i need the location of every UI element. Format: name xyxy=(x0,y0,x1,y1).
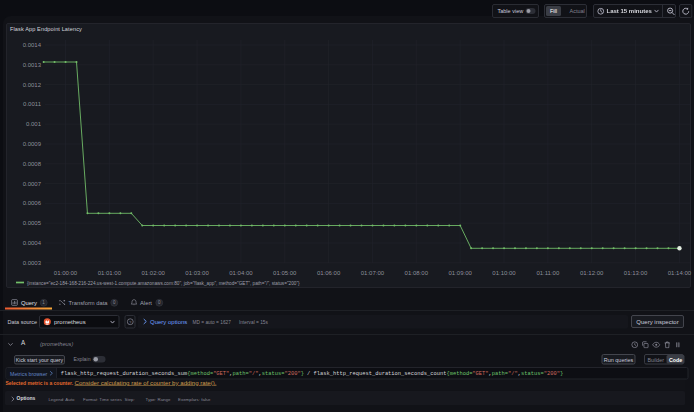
svg-text:01:00:00: 01:00:00 xyxy=(54,270,78,276)
svg-text:0.0011: 0.0011 xyxy=(23,101,42,107)
svg-text:01:03:00: 01:03:00 xyxy=(185,270,209,276)
svg-text:0.0003: 0.0003 xyxy=(23,260,42,266)
svg-text:0.0014: 0.0014 xyxy=(23,42,42,48)
svg-text:0.0013: 0.0013 xyxy=(23,62,42,68)
svg-text:01:05:00: 01:05:00 xyxy=(273,270,297,276)
svg-text:?: ? xyxy=(129,320,132,325)
svg-text:0.0005: 0.0005 xyxy=(23,220,42,226)
svg-text:01:06:00: 01:06:00 xyxy=(317,270,341,276)
svg-text:0.0009: 0.0009 xyxy=(23,141,42,147)
svg-text:01:13:00: 01:13:00 xyxy=(624,270,648,276)
svg-text:01:09:00: 01:09:00 xyxy=(448,270,472,276)
svg-text:01:02:00: 01:02:00 xyxy=(142,270,166,276)
svg-text:{instance="ec2-184-168-216-224: {instance="ec2-184-168-216-224.us-west-1… xyxy=(27,281,300,286)
svg-text:01:11:00: 01:11:00 xyxy=(536,270,560,276)
svg-text:0.001: 0.001 xyxy=(26,121,42,127)
svg-text:0.0012: 0.0012 xyxy=(23,82,42,88)
svg-text:01:08:00: 01:08:00 xyxy=(405,270,429,276)
svg-text:01:12:00: 01:12:00 xyxy=(580,270,604,276)
svg-text:01:14:00: 01:14:00 xyxy=(668,270,692,276)
svg-text:0.0007: 0.0007 xyxy=(23,181,42,187)
svg-text:0.0008: 0.0008 xyxy=(23,161,42,167)
svg-text:01:07:00: 01:07:00 xyxy=(361,270,385,276)
svg-text:01:04:00: 01:04:00 xyxy=(229,270,253,276)
svg-text:01:10:00: 01:10:00 xyxy=(492,270,516,276)
svg-text:0.0006: 0.0006 xyxy=(23,200,42,206)
svg-text:01:01:00: 01:01:00 xyxy=(98,270,122,276)
svg-text:0.0004: 0.0004 xyxy=(23,240,42,246)
